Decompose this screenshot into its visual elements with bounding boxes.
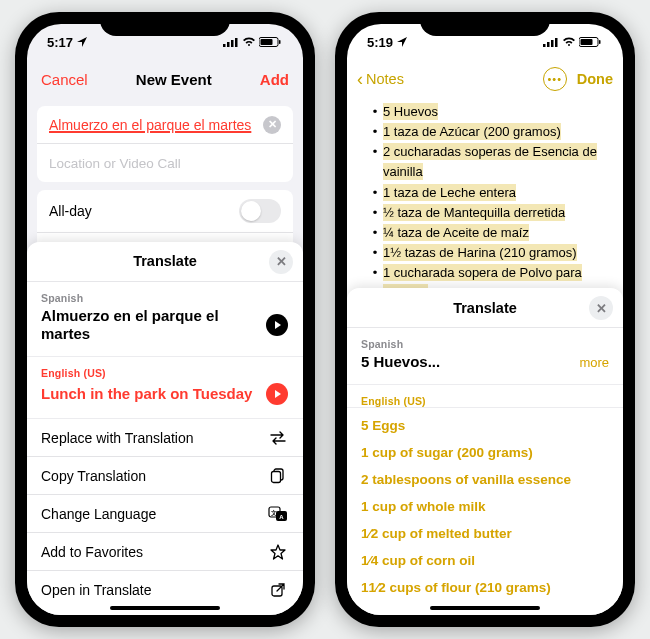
note-bullet-line: •1 taza de Azúcar (200 gramos)	[367, 122, 607, 142]
battery-icon	[579, 37, 601, 47]
note-item-text: 1 taza de Azúcar (200 gramos)	[383, 123, 561, 140]
source-block: Spanish 5 Huevos... more	[347, 328, 623, 385]
open-label: Open in Translate	[41, 582, 152, 598]
svg-rect-0	[223, 44, 226, 47]
target-language-label: English (US)	[41, 367, 289, 379]
note-item-text: 1 taza de Leche entera	[383, 184, 516, 201]
location-icon	[77, 35, 87, 50]
bullet-icon: •	[367, 203, 383, 223]
target-item: 11⁄2 cups of flour (210 grams)	[361, 574, 609, 601]
target-text: Lunch in the park on Tuesday	[41, 385, 252, 404]
copy-icon	[267, 468, 289, 484]
change-lang-label: Change Language	[41, 506, 156, 522]
screen-notes: 5:19 ‹ Notes ••• Done •5 Huevo	[347, 24, 623, 615]
add-favorite-button[interactable]: Add to Favorites	[27, 533, 303, 571]
target-language-label: English (US)	[361, 395, 609, 407]
cancel-button[interactable]: Cancel	[41, 71, 88, 88]
svg-rect-3	[235, 38, 238, 47]
note-item-text: 1 cucharada sopera de Polvo para	[383, 264, 582, 281]
target-block: English (US) Lunch in the park on Tuesda…	[27, 357, 303, 419]
notes-nav: ‹ Notes ••• Done	[347, 60, 623, 98]
add-button[interactable]: Add	[260, 71, 289, 88]
source-text: 5 Huevos...	[361, 353, 440, 372]
note-bullet-line: •5 Huevos	[367, 102, 607, 122]
svg-rect-2	[231, 40, 234, 47]
more-menu-button[interactable]: •••	[543, 67, 567, 91]
home-indicator[interactable]	[110, 606, 220, 610]
close-sheet-button[interactable]: ✕	[269, 250, 293, 274]
note-item-text: 2 cucharadas soperas de Esencia de vaini…	[383, 143, 597, 180]
action-list: Replace with Translation Copy Translatio…	[27, 419, 303, 609]
copy-translation-button[interactable]: Copy Translation	[27, 457, 303, 495]
more-button[interactable]: more	[579, 355, 609, 370]
note-bullet-line: •1 cucharada sopera de Polvo para hornea…	[367, 263, 607, 288]
note-item-text: ½ taza de Mantequilla derretida	[383, 204, 565, 221]
status-time: 5:19	[367, 35, 393, 50]
bullet-icon: •	[367, 243, 383, 263]
replace-translation-button[interactable]: Replace with Translation	[27, 419, 303, 457]
done-button[interactable]: Done	[577, 71, 613, 87]
screen-calendar: 5:17 Cancel New Event Add Almuerzo en el…	[27, 24, 303, 615]
replace-label: Replace with Translation	[41, 430, 194, 446]
signal-icon	[223, 37, 239, 47]
phone-left: 5:17 Cancel New Event Add Almuerzo en el…	[15, 12, 315, 627]
note-bullet-line: •¼ taza de Aceite de maíz	[367, 223, 607, 243]
target-item: 2 tablespoons of vanilla essence	[361, 466, 609, 493]
svg-rect-18	[551, 40, 554, 47]
source-block: Spanish Almuerzo en el parque el martes	[27, 282, 303, 358]
bullet-icon: •	[367, 142, 383, 182]
change-language-icon: 文A	[267, 506, 289, 522]
bullet-icon: •	[367, 183, 383, 203]
event-title-field[interactable]: Almuerzo en el parque el martes ✕	[37, 106, 293, 144]
sheet-title: Translate	[453, 300, 517, 316]
bullet-icon: •	[367, 263, 383, 288]
event-title-text: Almuerzo en el parque el martes	[49, 117, 251, 133]
bullet-icon: •	[367, 102, 383, 122]
sheet-header: Translate ✕	[347, 288, 623, 328]
location-field[interactable]: Location or Video Call	[37, 144, 293, 182]
note-bullet-line: •½ taza de Mantequilla derretida	[367, 203, 607, 223]
svg-rect-10	[272, 471, 281, 482]
change-language-button[interactable]: Change Language 文A	[27, 495, 303, 533]
svg-rect-6	[279, 40, 281, 44]
bullet-icon: •	[367, 223, 383, 243]
allday-row: All-day	[37, 190, 293, 233]
target-item: 5 Eggs	[361, 412, 609, 439]
translate-sheet: Translate ✕ Spanish Almuerzo en el parqu…	[27, 242, 303, 616]
svg-rect-22	[599, 40, 601, 44]
fav-label: Add to Favorites	[41, 544, 143, 560]
notch	[100, 12, 230, 36]
play-source-button[interactable]	[265, 313, 289, 337]
home-indicator[interactable]	[430, 606, 540, 610]
wifi-icon	[242, 37, 256, 47]
ellipsis-icon: •••	[547, 73, 562, 85]
target-items-list: 5 Eggs1 cup of sugar (200 grams)2 tables…	[347, 408, 623, 609]
note-bullet-line: •1 taza de Leche entera	[367, 183, 607, 203]
target-item: 1⁄2 cup of melted butter	[361, 520, 609, 547]
close-sheet-button[interactable]: ✕	[589, 296, 613, 320]
nav-bar: Cancel New Event Add	[27, 60, 303, 98]
sheet-title: Translate	[133, 253, 197, 269]
note-item-text: ¼ taza de Aceite de maíz	[383, 224, 529, 241]
signal-icon	[543, 37, 559, 47]
wifi-icon	[562, 37, 576, 47]
phone-right: 5:19 ‹ Notes ••• Done •5 Huevo	[335, 12, 635, 627]
play-target-button[interactable]	[265, 382, 289, 406]
svg-rect-17	[547, 42, 550, 47]
nav-title: New Event	[136, 71, 212, 88]
open-external-icon	[267, 583, 289, 597]
sheet-header: Translate ✕	[27, 242, 303, 282]
source-language-label: Spanish	[361, 338, 609, 350]
open-translate-button[interactable]: Open in Translate	[27, 571, 303, 609]
allday-toggle[interactable]	[239, 199, 281, 223]
svg-rect-5	[261, 39, 273, 45]
target-item: 1 cup of sugar (200 grams)	[361, 439, 609, 466]
clear-title-button[interactable]: ✕	[263, 116, 281, 134]
back-button[interactable]: ‹ Notes	[357, 69, 404, 90]
note-body[interactable]: •5 Huevos•1 taza de Azúcar (200 gramos)•…	[347, 98, 623, 288]
allday-label: All-day	[49, 203, 92, 219]
battery-icon	[259, 37, 281, 47]
svg-rect-19	[555, 38, 558, 47]
location-icon	[397, 35, 407, 50]
note-bullet-line: •1½ tazas de Harina (210 gramos)	[367, 243, 607, 263]
